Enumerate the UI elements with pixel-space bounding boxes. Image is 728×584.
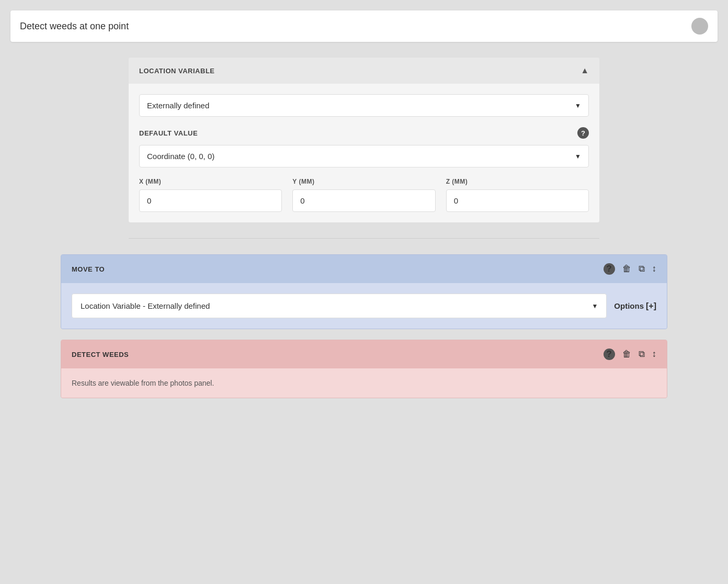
z-input[interactable]: [446, 189, 589, 212]
move-to-location-arrow: ▼: [592, 302, 598, 310]
detect-weeds-description: Results are viewable from the photos pan…: [72, 379, 214, 387]
location-variable-panel-header: LOCATION VARIABLE ▲: [129, 58, 599, 84]
source-dropdown-arrow: ▼: [575, 102, 581, 109]
y-input[interactable]: [292, 189, 435, 212]
detect-weeds-reorder-icon[interactable]: ↕: [652, 349, 657, 360]
location-variable-panel-title: LOCATION VARIABLE: [139, 67, 215, 75]
coordinate-dropdown-arrow: ▼: [575, 153, 581, 160]
y-coord-group: Y (MM): [292, 178, 435, 212]
detect-weeds-body: Results are viewable from the photos pan…: [61, 368, 667, 398]
move-to-header-icons: ? 🗑 ⧉ ↕: [604, 263, 657, 275]
section-divider: [129, 238, 599, 239]
coordinate-dropdown-value: Coordinate (0, 0, 0): [147, 152, 214, 161]
location-variable-panel: LOCATION VARIABLE ▲ Externally defined ▼…: [129, 58, 599, 222]
detect-weeds-block: DETECT WEEDS ? 🗑 ⧉ ↕ Results are viewabl…: [61, 340, 667, 398]
move-to-title: MOVE TO: [72, 265, 105, 273]
move-to-block: MOVE TO ? 🗑 ⧉ ↕ Location Variable - Exte…: [61, 254, 667, 329]
options-label: Options: [614, 301, 644, 310]
source-dropdown[interactable]: Externally defined ▼: [139, 94, 589, 117]
default-value-help-icon[interactable]: ?: [577, 127, 589, 139]
move-to-copy-icon[interactable]: ⧉: [639, 264, 645, 274]
detect-weeds-header-icons: ? 🗑 ⧉ ↕: [604, 349, 657, 360]
detect-weeds-header: DETECT WEEDS ? 🗑 ⧉ ↕: [61, 340, 667, 368]
z-coord-group: Z (MM): [446, 178, 589, 212]
detect-weeds-delete-icon[interactable]: 🗑: [622, 349, 631, 360]
move-to-reorder-icon[interactable]: ↕: [652, 264, 657, 274]
y-label: Y (MM): [292, 178, 435, 185]
close-button[interactable]: [691, 18, 708, 35]
move-to-delete-icon[interactable]: 🗑: [622, 264, 631, 274]
collapse-icon[interactable]: ▲: [581, 66, 589, 75]
move-to-options-row: Location Variable - Externally defined ▼…: [72, 294, 656, 318]
coordinate-inputs-row: X (MM) Y (MM) Z (MM): [139, 178, 589, 212]
move-to-body: Location Variable - Externally defined ▼…: [61, 283, 667, 329]
location-variable-panel-body: Externally defined ▼ DEFAULT VALUE ? Coo…: [129, 84, 599, 222]
default-value-label: DEFAULT VALUE: [139, 129, 198, 137]
options-expand-icon: [+]: [646, 301, 656, 311]
move-to-location-dropdown[interactable]: Location Variable - Externally defined ▼: [72, 294, 607, 318]
source-dropdown-value: Externally defined: [147, 101, 209, 110]
z-label: Z (MM): [446, 178, 589, 185]
detect-weeds-help-icon[interactable]: ?: [604, 349, 615, 360]
x-label: X (MM): [139, 178, 282, 185]
detect-weeds-title: DETECT WEEDS: [72, 351, 129, 358]
title-bar: Detect weeds at one point: [10, 10, 718, 42]
move-to-header: MOVE TO ? 🗑 ⧉ ↕: [61, 255, 667, 283]
x-input[interactable]: [139, 189, 282, 212]
detect-weeds-copy-icon[interactable]: ⧉: [639, 349, 645, 360]
move-to-help-icon[interactable]: ?: [604, 263, 615, 275]
x-coord-group: X (MM): [139, 178, 282, 212]
options-button[interactable]: Options [+]: [614, 301, 656, 311]
move-to-location-value: Location Variable - Externally defined: [81, 301, 210, 310]
coordinate-dropdown[interactable]: Coordinate (0, 0, 0) ▼: [139, 145, 589, 167]
default-value-section-header: DEFAULT VALUE ?: [139, 127, 589, 139]
page-title: Detect weeds at one point: [20, 21, 129, 32]
